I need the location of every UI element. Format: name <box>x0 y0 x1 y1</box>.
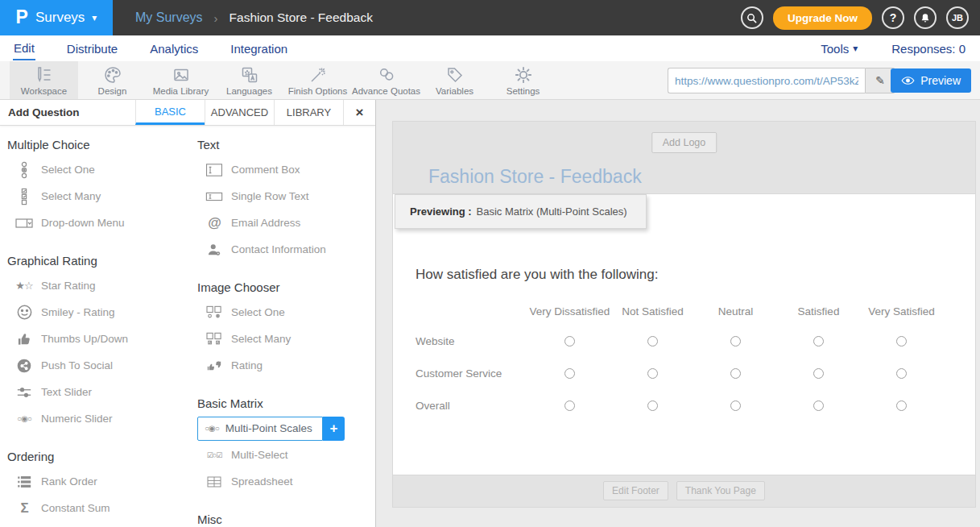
nav-tab-analytics[interactable]: Analytics <box>149 38 199 60</box>
question-type-image-select-many[interactable]: Select Many <box>197 326 369 352</box>
question-type-label: Select Many <box>231 333 291 345</box>
search-button[interactable] <box>741 6 763 29</box>
edit-footer-button[interactable]: Edit Footer <box>603 481 668 500</box>
question-type-label: Multi-Point Scales <box>225 422 312 434</box>
question-type-rank-order[interactable]: Rank Order <box>7 468 187 495</box>
matrix-radio[interactable] <box>896 400 907 411</box>
question-preview-panel: Previewing : Basic Matrix (Multi-Point S… <box>393 193 975 475</box>
eye-icon <box>901 76 915 85</box>
question-type-comment-box[interactable]: Comment Box <box>197 156 369 183</box>
question-type-star-rating[interactable]: ★☆ Star Rating <box>7 272 187 299</box>
question-type-push-to-social[interactable]: Push To Social <box>7 352 187 379</box>
comment-box-icon <box>205 163 223 177</box>
avatar[interactable]: JB <box>946 6 969 29</box>
question-type-single-row-text[interactable]: Single Row Text <box>197 183 369 210</box>
question-type-select-many[interactable]: Select Many <box>7 183 187 210</box>
question-type-column-1: Multiple Choice Select One Select Many D… <box>0 137 187 527</box>
matrix-radio[interactable] <box>564 336 575 346</box>
nav-tab-distribute[interactable]: Distribute <box>66 38 118 60</box>
radio-stack-icon <box>19 161 30 179</box>
question-type-multi-select[interactable]: ☑○☑ Multi-Select <box>197 442 369 468</box>
toolbar-label: Workspace <box>21 86 67 96</box>
survey-footer: Edit Footer Thank You Page <box>393 475 975 507</box>
top-bar: P Surveys ▾ My Surveys › Fashion Store -… <box>0 0 980 35</box>
toolbar-design[interactable]: Design <box>78 61 147 99</box>
matrix-radio[interactable] <box>730 368 741 379</box>
dropdown-icon <box>15 218 33 229</box>
survey-url-input[interactable] <box>668 68 865 93</box>
toolbar-workspace[interactable]: Workspace <box>10 61 78 99</box>
toolbar-label: Variables <box>436 86 473 96</box>
matrix-radio[interactable] <box>730 336 741 346</box>
question-type-contact-information[interactable]: Contact Information <box>197 236 369 263</box>
breadcrumb-current-survey: Fashion Store - Feedback <box>229 10 373 25</box>
contact-person-icon <box>206 242 222 258</box>
question-type-label: Select One <box>231 306 285 318</box>
toolbar-media-library[interactable]: Media Library <box>147 61 215 99</box>
breadcrumb-my-surveys[interactable]: My Surveys <box>135 10 203 25</box>
questionpro-app: P Surveys ▾ My Surveys › Fashion Store -… <box>0 0 980 527</box>
upgrade-now-button[interactable]: Upgrade Now <box>773 6 872 30</box>
matrix-radio[interactable] <box>813 400 824 411</box>
nav-tab-edit[interactable]: Edit <box>13 37 35 60</box>
matrix-row-label: Customer Service <box>416 357 528 389</box>
toolbar-finish-options[interactable]: Finish Options <box>283 61 352 99</box>
question-type-item-clipped[interactable] <box>7 521 187 527</box>
chain-links-icon <box>377 65 396 85</box>
toolbar-settings[interactable]: Settings <box>489 61 557 99</box>
question-type-thumbs-up-down[interactable]: Thumbs Up/Down <box>7 326 187 352</box>
product-menu[interactable]: P Surveys ▾ <box>0 0 113 35</box>
matrix-row-label: Overall <box>416 389 528 421</box>
matrix-radio[interactable] <box>813 336 824 346</box>
question-type-label: Push To Social <box>41 359 113 371</box>
preview-button[interactable]: Preview <box>891 68 971 93</box>
breadcrumb-separator-icon: › <box>214 11 218 25</box>
help-button[interactable]: ? <box>882 6 904 29</box>
matrix-radio[interactable] <box>647 400 658 411</box>
tab-basic[interactable]: BASIC <box>135 100 205 125</box>
question-type-spreadsheet[interactable]: Spreadsheet <box>197 468 369 495</box>
tools-menu[interactable]: Tools ▾ <box>821 42 858 56</box>
notifications-button[interactable] <box>914 6 937 29</box>
matrix-column-header: Satisfied <box>777 297 860 325</box>
survey-title[interactable]: Fashion Store - Feedback <box>428 166 642 188</box>
share-icon <box>16 358 32 374</box>
toolbar-languages[interactable]: Languages <box>215 61 283 99</box>
tab-advanced[interactable]: ADVANCED <box>205 100 274 125</box>
close-icon: × <box>356 105 364 121</box>
toolbar-advance-quotas[interactable]: Advance Quotas <box>352 61 420 99</box>
nav-tab-integration[interactable]: Integration <box>229 38 288 60</box>
breadcrumb: My Surveys › Fashion Store - Feedback <box>135 10 373 25</box>
matrix-radio[interactable] <box>647 336 658 346</box>
add-logo-button[interactable]: Add Logo <box>651 132 717 153</box>
matrix-radio[interactable] <box>896 368 907 379</box>
matrix-radio[interactable] <box>813 368 824 379</box>
multi-select-icon: ☑○☑ <box>205 451 224 459</box>
bell-icon <box>920 12 931 24</box>
thank-you-page-button[interactable]: Thank You Page <box>676 481 765 500</box>
toolbar-variables[interactable]: Variables <box>420 61 489 99</box>
question-type-numeric-slider[interactable]: ○◉○ Numeric Slider <box>7 405 187 432</box>
matrix-column-header: Not Satisfied <box>611 297 694 325</box>
matrix-radio[interactable] <box>647 368 658 379</box>
matrix-column-header: Neutral <box>694 297 777 325</box>
matrix-radio[interactable] <box>896 336 907 346</box>
question-type-image-select-one[interactable]: Select One <box>197 299 369 326</box>
question-type-select-one[interactable]: Select One <box>7 156 187 183</box>
matrix-radio[interactable] <box>564 368 575 379</box>
question-type-constant-sum[interactable]: Σ Constant Sum <box>7 495 187 521</box>
close-panel-button[interactable]: × <box>343 100 375 125</box>
add-question-plus-button[interactable]: + <box>323 417 345 441</box>
question-type-email-address[interactable]: @ Email Address <box>197 210 369 236</box>
section-heading: Misc <box>197 512 369 527</box>
question-type-dropdown-menu[interactable]: Drop-down Menu <box>7 210 187 236</box>
add-question-header: Add Question BASIC ADVANCED LIBRARY × <box>0 100 375 126</box>
question-type-image-rating[interactable]: Rating <box>197 352 369 379</box>
question-type-multi-point-scales-row: ○◉○ Multi-Point Scales + <box>197 415 369 442</box>
tab-library[interactable]: LIBRARY <box>274 100 343 125</box>
matrix-radio[interactable] <box>730 400 741 411</box>
question-type-smiley-rating[interactable]: Smiley - Rating <box>7 299 187 326</box>
matrix-radio[interactable] <box>564 400 575 411</box>
question-type-text-slider[interactable]: Text Slider <box>7 379 187 405</box>
question-type-multi-point-scales[interactable]: ○◉○ Multi-Point Scales <box>197 417 323 441</box>
